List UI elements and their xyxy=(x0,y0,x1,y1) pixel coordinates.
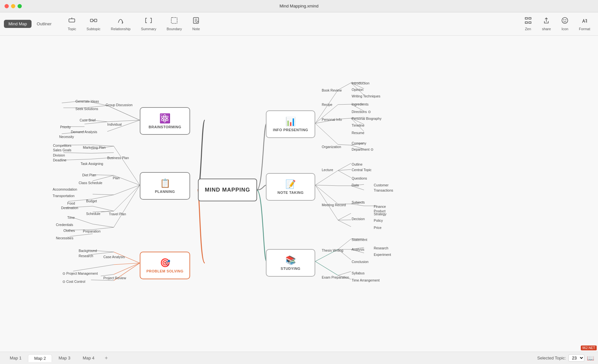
svg-line-100 xyxy=(338,220,351,220)
icon-label: Icon xyxy=(562,27,568,31)
svg-line-62 xyxy=(73,265,114,271)
titlebar: Mind Mapping.xmind xyxy=(0,0,598,12)
branch-central-topic: Central Topic xyxy=(352,168,371,172)
branch-project-review: Project Review xyxy=(103,276,126,280)
toolbar: Mind Map Outliner Topic Subtopic xyxy=(0,12,598,36)
studying-node[interactable]: 📚 STUDYING xyxy=(266,249,315,277)
svg-line-36 xyxy=(91,153,114,153)
watermark: 962.NET xyxy=(581,345,597,350)
branch-outline: Outline xyxy=(352,162,362,166)
info-presenting-icon: 📊 xyxy=(285,117,296,127)
svg-line-44 xyxy=(93,194,114,195)
tab-outliner[interactable]: Outliner xyxy=(32,20,56,28)
info-presenting-node[interactable]: 📊 INFO PRESENTING xyxy=(266,110,315,138)
maximize-button[interactable] xyxy=(18,4,22,8)
branch-division: Division xyxy=(53,153,65,157)
branch-clothes: Clothes xyxy=(63,229,75,232)
branch-demand-analysis: Demand Analysis xyxy=(71,130,97,134)
branch-organization: Organization xyxy=(322,145,341,149)
tool-summary[interactable]: Summary xyxy=(137,15,160,33)
canvas[interactable]: MIND MAPPING ⚛️ BRAINSTORMING 📋 PLANNING… xyxy=(0,36,598,352)
note-taking-icon: 📝 xyxy=(285,179,296,189)
share-icon xyxy=(543,17,550,26)
branch-research2: Research xyxy=(374,246,388,250)
tool-icon[interactable]: Icon xyxy=(557,15,572,33)
tool-relationship[interactable]: Relationship xyxy=(107,15,135,33)
tool-topic[interactable]: Topic xyxy=(64,15,80,33)
svg-line-89 xyxy=(315,185,338,186)
book-icon[interactable]: 📖 xyxy=(587,355,594,362)
branch-questions: Questions xyxy=(352,176,367,180)
branch-diet-plan: Diet Plan xyxy=(82,173,96,177)
planning-node[interactable]: 📋 PLANNING xyxy=(140,172,190,200)
svg-line-47 xyxy=(114,185,140,211)
svg-line-37 xyxy=(63,153,91,153)
branch-sales-goals: Sales Goals xyxy=(53,148,72,152)
branch-time: Time xyxy=(67,216,75,220)
tab-map2[interactable]: Map 2 xyxy=(28,354,52,362)
subtopic-label: Subtopic xyxy=(86,27,100,31)
tool-zen[interactable]: Zen xyxy=(521,15,536,33)
tool-boundary[interactable]: Boundary xyxy=(163,15,186,33)
center-node-label: MIND MAPPING xyxy=(205,187,250,193)
branch-company: Company xyxy=(352,141,366,145)
svg-line-20 xyxy=(107,106,140,120)
toolbar-right: Zen share Icon xyxy=(521,15,594,33)
selected-topic-label: Selected Topic: xyxy=(537,356,566,360)
svg-line-81 xyxy=(315,123,338,144)
branch-necessity: Necessity xyxy=(59,135,74,139)
branch-research: Research xyxy=(79,254,93,258)
branch-task-assigning: Task Assigning xyxy=(81,162,103,166)
tab-map3[interactable]: Map 3 xyxy=(53,354,76,362)
svg-line-98 xyxy=(315,185,338,220)
boundary-icon xyxy=(171,17,178,26)
center-node[interactable]: MIND MAPPING xyxy=(198,179,257,201)
branch-cost-control: ⊙ Cost Control xyxy=(62,280,85,283)
minimize-button[interactable] xyxy=(11,4,15,8)
branch-project-management: ⊙ Project Management xyxy=(62,271,98,275)
branch-travel-plan: Travel Plan xyxy=(109,212,126,216)
note-icon xyxy=(192,17,200,26)
svg-line-110 xyxy=(338,271,351,275)
svg-rect-5 xyxy=(171,18,177,23)
tool-share[interactable]: share xyxy=(538,15,555,33)
tool-note[interactable]: Note xyxy=(188,15,204,33)
info-presenting-label: INFO PRESENTING xyxy=(273,128,308,132)
add-map-button[interactable]: ＋ xyxy=(101,353,111,363)
window-title: Mind Mapping.xmind xyxy=(280,4,318,8)
tool-subtopic[interactable]: Subtopic xyxy=(83,15,104,33)
brainstorming-node[interactable]: ⚛️ BRAINSTORMING xyxy=(140,107,190,135)
svg-line-53 xyxy=(93,224,114,227)
icon-icon xyxy=(561,17,568,26)
branch-marketing-plan: Marketing Plan xyxy=(83,145,106,149)
branch-group-discussion: Group Discussion xyxy=(106,103,133,107)
tab-map1[interactable]: Map 1 xyxy=(4,354,27,362)
note-taking-node[interactable]: 📝 NOTE TAKING xyxy=(266,173,315,201)
subtopic-icon xyxy=(90,17,97,26)
tab-map4[interactable]: Map 4 xyxy=(77,354,100,362)
branch-thesis-writing: Thesis Writing xyxy=(322,248,343,252)
svg-point-15 xyxy=(562,18,568,23)
zen-icon xyxy=(525,17,532,26)
tab-mind-map[interactable]: Mind Map xyxy=(4,20,32,28)
svg-line-63 xyxy=(114,263,140,274)
branch-price: Price xyxy=(374,226,382,230)
topic-count-select[interactable]: 23 xyxy=(568,354,584,362)
branch-preparation: Preparation xyxy=(83,229,100,233)
tool-format[interactable]: Format xyxy=(575,15,594,33)
traffic-lights xyxy=(5,4,22,8)
branch-competitors: Competitors xyxy=(53,144,72,147)
svg-rect-12 xyxy=(525,22,527,23)
format-label: Format xyxy=(579,27,590,31)
svg-line-86 xyxy=(338,163,351,170)
problem-solving-node[interactable]: 🎯 PROBLEM SOLVING xyxy=(140,252,190,279)
branch-subjects: Subjects xyxy=(352,200,365,204)
branch-data: Data xyxy=(352,183,359,187)
studying-icon: 📚 xyxy=(285,255,296,265)
svg-rect-11 xyxy=(529,18,531,19)
branch-seek-solutions: Seek Solutions xyxy=(75,107,98,111)
close-button[interactable] xyxy=(5,4,9,8)
branch-case-analysis: Case Analysis xyxy=(103,255,125,259)
branch-introduction: Introduction xyxy=(352,81,370,85)
summary-label: Summary xyxy=(141,27,156,31)
